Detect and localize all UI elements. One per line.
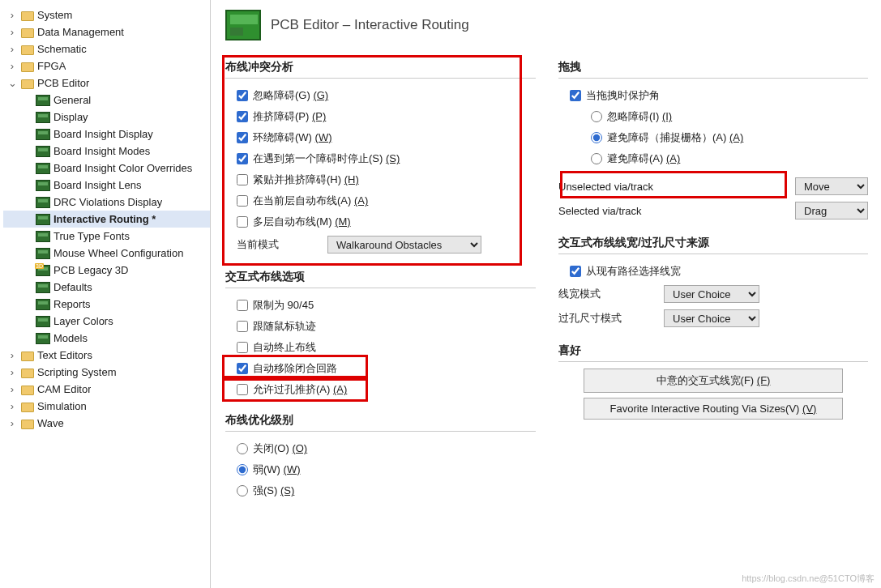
track-width-mode-select[interactable]: User Choice — [664, 285, 759, 303]
chevron-right-icon[interactable]: › — [6, 9, 18, 21]
pcb-icon — [36, 231, 50, 242]
tree-item-fpga[interactable]: ›FPGA — [3, 58, 210, 75]
limit-9045-checkbox[interactable] — [237, 300, 248, 311]
tree-item-scripting-system[interactable]: ›Scripting System — [3, 364, 210, 381]
tree-item-system[interactable]: ›System — [3, 6, 210, 23]
page-title: PCB Editor – Interactive Routing — [271, 17, 469, 33]
pcb-icon — [36, 333, 50, 344]
section-title-optimize: 布线优化级别 — [225, 410, 536, 432]
tree-item-label: Text Editors — [37, 349, 92, 361]
autoroute-current-layer-checkbox[interactable] — [237, 195, 248, 207]
tree-item-pcb-editor[interactable]: ⌄PCB Editor — [3, 75, 210, 92]
tree-item-true-type-fonts[interactable]: True Type Fonts — [3, 228, 210, 245]
tree-item-schematic[interactable]: ›Schematic — [3, 40, 210, 58]
tree-item-label: System — [37, 9, 72, 21]
folder-icon — [21, 418, 34, 429]
gloss-strong-radio[interactable] — [237, 485, 248, 496]
tree-item-pcb-legacy-3d[interactable]: PCB Legacy 3D — [3, 262, 210, 279]
tree-item-models[interactable]: Models — [3, 330, 210, 347]
auto-terminate-checkbox[interactable] — [237, 342, 248, 353]
chevron-right-icon[interactable]: › — [6, 349, 18, 361]
tree-item-general[interactable]: General — [3, 92, 210, 109]
tree-item-reports[interactable]: Reports — [3, 296, 210, 313]
chevron-right-icon[interactable]: › — [6, 400, 18, 412]
favorite-widths-button[interactable]: 中意的交互式线宽(F) (F) — [584, 369, 843, 393]
chevron-right-icon[interactable]: › — [6, 366, 18, 378]
preserve-angle-checkbox[interactable] — [570, 90, 581, 101]
drag-avoid-label: 避免障碍(A) (A) — [607, 151, 680, 166]
favorite-via-sizes-button[interactable]: Favorite Interactive Routing Via Sizes(V… — [584, 398, 843, 420]
drag-avoid-snap-radio[interactable] — [591, 132, 602, 143]
tree-item-simulation[interactable]: ›Simulation — [3, 398, 210, 415]
ignore-obstacles-checkbox[interactable] — [237, 90, 248, 101]
interactive-routing-options-section: 交互式布线选项 限制为 90/45 跟随鼠标轨迹 自动终止布线 自动移除闭合回路… — [225, 266, 536, 400]
walkaround-obstacles-checkbox[interactable] — [237, 132, 248, 143]
chevron-right-icon[interactable]: › — [6, 417, 18, 429]
folder-icon — [21, 27, 34, 38]
tree-item-board-insight-color-overrides[interactable]: Board Insight Color Overrides — [3, 160, 210, 177]
tree-item-label: DRC Violations Display — [53, 196, 162, 208]
tree-item-label: General — [53, 94, 91, 106]
current-mode-select[interactable]: Walkaround Obstacles — [327, 236, 481, 254]
tree-item-board-insight-lens[interactable]: Board Insight Lens — [3, 177, 210, 194]
walkaround-obstacles-label: 环绕障碍(W) (W) — [253, 130, 332, 145]
tree-item-defaults[interactable]: Defaults — [3, 279, 210, 296]
tree-item-interactive-routing-[interactable]: Interactive Routing * — [3, 211, 210, 228]
tree-item-display[interactable]: Display — [3, 109, 210, 126]
tree-item-label: Reports — [53, 298, 91, 310]
tree-item-label: Layer Colors — [53, 315, 113, 327]
preferences-tree[interactable]: ›System›Data Management›Schematic›FPGA⌄P… — [0, 0, 211, 588]
drag-avoid-snap-label: 避免障碍（捕捉栅格）(A) (A) — [607, 130, 743, 145]
pcb-icon — [36, 248, 50, 259]
pcb-icon — [36, 214, 50, 225]
routing-conflict-section: 布线冲突分析 忽略障碍(G) (G) 推挤障碍(P) (P) 环绕障碍(W) (… — [225, 57, 536, 257]
pickup-from-existing-label: 从现有路径选择线宽 — [586, 264, 681, 279]
auto-remove-loop-checkbox[interactable] — [237, 363, 248, 374]
tree-item-cam-editor[interactable]: ›CAM Editor — [3, 381, 210, 398]
tree-item-drc-violations-display[interactable]: DRC Violations Display — [3, 194, 210, 211]
folder-icon — [21, 61, 34, 72]
tree-item-mouse-wheel-configuration[interactable]: Mouse Wheel Configuration — [3, 245, 210, 262]
selected-via-track-select[interactable]: Drag — [795, 202, 868, 219]
tree-item-data-management[interactable]: ›Data Management — [3, 23, 210, 40]
gloss-strong-label: 强(S) (S) — [253, 484, 294, 498]
tree-item-wave[interactable]: ›Wave — [3, 415, 210, 432]
hug-push-obstacles-checkbox[interactable] — [237, 174, 248, 185]
tree-item-text-editors[interactable]: ›Text Editors — [3, 347, 210, 364]
gloss-off-radio[interactable] — [237, 443, 248, 454]
pickup-from-existing-checkbox[interactable] — [570, 266, 581, 277]
via-size-mode-label: 过孔尺寸模式 — [558, 311, 656, 326]
folder-icon — [21, 44, 34, 55]
gloss-weak-radio[interactable] — [237, 464, 248, 475]
drag-avoid-radio[interactable] — [591, 153, 602, 164]
push-obstacles-checkbox[interactable] — [237, 111, 248, 122]
via-size-mode-select[interactable]: User Choice — [664, 309, 759, 327]
tree-item-board-insight-display[interactable]: Board Insight Display — [3, 126, 210, 143]
tree-item-label: Data Management — [37, 26, 124, 38]
allow-via-push-checkbox[interactable] — [237, 384, 248, 395]
chevron-right-icon[interactable]: › — [6, 60, 18, 72]
stop-first-obstacle-label: 在遇到第一个障碍时停止(S) (S) — [253, 151, 400, 166]
dragging-section: 拖拽 当拖拽时保护角 忽略障碍(I) (I) 避免障碍（捕捉栅格）(A) (A)… — [558, 57, 868, 223]
follow-mouse-checkbox[interactable] — [237, 321, 248, 332]
hug-push-obstacles-label: 紧贴并推挤障碍(H) (H) — [253, 173, 359, 187]
tree-item-label: Board Insight Lens — [53, 179, 141, 191]
chevron-right-icon[interactable]: › — [6, 43, 18, 55]
drag-ignore-label: 忽略障碍(I) (I) — [607, 109, 672, 124]
tree-item-label: Interactive Routing * — [53, 213, 156, 225]
unselected-via-track-select[interactable]: Move — [795, 177, 868, 195]
chevron-right-icon[interactable]: › — [6, 26, 18, 38]
tree-item-board-insight-modes[interactable]: Board Insight Modes — [3, 143, 210, 160]
push-obstacles-label: 推挤障碍(P) (P) — [253, 109, 326, 124]
drag-ignore-radio[interactable] — [591, 111, 602, 122]
chevron-right-icon[interactable]: › — [6, 383, 18, 395]
multilayer-autoroute-checkbox[interactable] — [237, 216, 248, 228]
pcb-icon — [36, 180, 50, 191]
chevron-down-icon[interactable]: ⌄ — [6, 77, 18, 89]
tree-item-label: CAM Editor — [37, 383, 91, 395]
stop-first-obstacle-checkbox[interactable] — [237, 153, 248, 164]
tree-item-layer-colors[interactable]: Layer Colors — [3, 313, 210, 330]
folder-icon — [21, 78, 34, 89]
pcb-icon — [36, 197, 50, 208]
tree-item-label: Scripting System — [37, 366, 117, 378]
